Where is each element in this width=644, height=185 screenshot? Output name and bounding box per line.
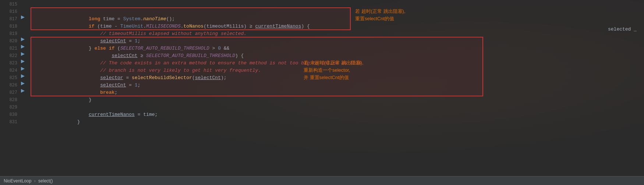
code-line-822: // The code exists in an extra method to… bbox=[31, 52, 644, 60]
svg-marker-2 bbox=[21, 45, 25, 49]
code-line-827: } bbox=[31, 89, 644, 96]
line-num-816: 816 bbox=[0, 8, 17, 15]
svg-marker-4 bbox=[21, 60, 25, 63]
code-line-818: // timeoutMillis elapsed without anythin… bbox=[31, 23, 644, 30]
bookmark-825 bbox=[21, 74, 26, 80]
line-num-825: 825 bbox=[0, 74, 17, 82]
bookmark-827 bbox=[21, 88, 26, 95]
line-num-830: 830 bbox=[0, 111, 17, 118]
code-line-828 bbox=[31, 96, 644, 104]
bookmark-821 bbox=[21, 44, 26, 51]
code-line-830: } bbox=[31, 111, 644, 118]
breadcrumb-method: select() bbox=[38, 178, 53, 184]
svg-marker-7 bbox=[21, 82, 25, 85]
line-num-818: 818 bbox=[0, 23, 17, 30]
code-line-817: if (time - TimeUnit.MILLISECONDS.toNanos… bbox=[31, 15, 644, 23]
code-line-820: } else if (SELECTOR_AUTO_REBUILD_THRESHO… bbox=[31, 38, 644, 45]
svg-marker-3 bbox=[21, 52, 25, 56]
code-line-821: selectCnt ≥ SELECTOR_AUTO_REBUILD_THRESH… bbox=[31, 45, 644, 52]
bookmark-824 bbox=[21, 66, 26, 73]
line-num-823: 823 bbox=[0, 60, 17, 67]
line-num-831: 831 bbox=[0, 118, 17, 126]
code-line-823: // branch is not very likely to get hit … bbox=[31, 60, 644, 67]
svg-marker-6 bbox=[21, 74, 25, 78]
line-num-817: 817 bbox=[0, 15, 17, 23]
breadcrumb-class: NioEventLoop bbox=[4, 178, 31, 184]
code-line-825: selectCnt = 1; bbox=[31, 74, 644, 82]
breadcrumb-sep: › bbox=[34, 178, 36, 184]
line-num-815: 815 bbox=[0, 1, 17, 8]
code-line-824: selector = selectRebuildSelector(selectC… bbox=[31, 67, 644, 74]
svg-marker-0 bbox=[21, 15, 25, 19]
svg-marker-1 bbox=[21, 38, 25, 41]
selected-indicator: selected _ bbox=[608, 26, 637, 32]
code-line-829: currentTimeNanos = time; bbox=[31, 104, 644, 111]
code-content: long time = System.nanoTime(); if (time … bbox=[28, 0, 644, 176]
line-num-828: 828 bbox=[0, 96, 17, 104]
gutter bbox=[20, 0, 28, 176]
code-line-831 bbox=[31, 118, 644, 126]
line-num-826: 826 bbox=[0, 82, 17, 89]
status-bar: NioEventLoop › select() bbox=[0, 176, 644, 185]
svg-marker-8 bbox=[21, 89, 25, 93]
line-numbers: 815 816 817 818 819 820 821 822 823 824 … bbox=[0, 0, 20, 176]
editor-container: 815 816 817 818 819 820 821 822 823 824 … bbox=[0, 0, 644, 185]
bookmark-820 bbox=[21, 37, 26, 43]
bookmark-826 bbox=[21, 81, 26, 88]
code-line-819: selectCnt = 1; bbox=[31, 30, 644, 38]
code-line-826: break; bbox=[31, 82, 644, 89]
line-num-819: 819 bbox=[0, 30, 17, 38]
line-num-822: 822 bbox=[0, 52, 17, 60]
line-num-829: 829 bbox=[0, 104, 17, 111]
line-num-827: 827 bbox=[0, 89, 17, 96]
svg-marker-5 bbox=[21, 67, 25, 71]
bookmark-822 bbox=[21, 51, 26, 58]
breadcrumb: NioEventLoop › select() bbox=[4, 178, 53, 184]
bookmark-823 bbox=[21, 59, 26, 65]
code-line-815 bbox=[31, 1, 644, 8]
code-area: 815 816 817 818 819 820 821 822 823 824 … bbox=[0, 0, 644, 176]
code-line-816: long time = System.nanoTime(); bbox=[31, 8, 644, 15]
line-num-824: 824 bbox=[0, 67, 17, 74]
line-num-820: 820 bbox=[0, 38, 17, 45]
bookmark-817 bbox=[21, 15, 26, 21]
line-num-821: 821 bbox=[0, 45, 17, 52]
